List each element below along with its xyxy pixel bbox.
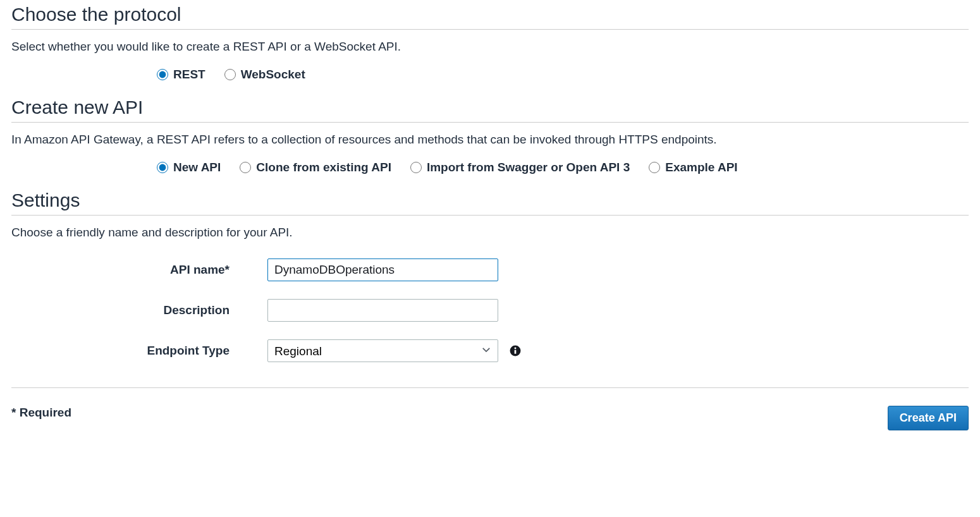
create-radio-group: New API Clone from existing API Import f… (11, 161, 969, 174)
settings-section-description: Choose a friendly name and description f… (11, 226, 969, 240)
required-note: * Required (11, 406, 71, 420)
create-radio-new[interactable] (157, 162, 168, 173)
protocol-section-title: Choose the protocol (11, 4, 969, 30)
protocol-section-description: Select whether you would like to create … (11, 40, 969, 54)
create-radio-import[interactable] (410, 162, 422, 173)
create-label-import: Import from Swagger or Open API 3 (427, 161, 630, 174)
api-name-input[interactable] (267, 258, 498, 281)
create-option-example[interactable]: Example API (649, 161, 737, 174)
api-name-label: API name* (11, 263, 267, 277)
create-api-button[interactable]: Create API (888, 406, 969, 430)
endpoint-type-row: Endpoint Type Regional (11, 339, 969, 362)
protocol-radio-websocket[interactable] (224, 69, 236, 80)
protocol-label-websocket: WebSocket (241, 68, 305, 82)
create-label-clone: Clone from existing API (256, 161, 391, 174)
protocol-option-rest[interactable]: REST (157, 68, 205, 82)
svg-rect-2 (515, 350, 517, 354)
protocol-label-rest: REST (173, 68, 205, 82)
create-label-new: New API (173, 161, 221, 174)
description-label: Description (11, 303, 267, 317)
footer: * Required Create API (11, 387, 969, 430)
endpoint-type-label: Endpoint Type (11, 344, 267, 358)
create-radio-example[interactable] (649, 162, 660, 173)
svg-point-1 (515, 348, 517, 350)
settings-form: API name* Description Endpoint Type Regi… (11, 258, 969, 362)
endpoint-type-select-wrapper: Regional (267, 339, 498, 362)
protocol-radio-group: REST WebSocket (11, 68, 969, 82)
description-row: Description (11, 299, 969, 322)
api-name-row: API name* (11, 258, 969, 281)
create-option-clone[interactable]: Clone from existing API (240, 161, 391, 174)
create-option-import[interactable]: Import from Swagger or Open API 3 (410, 161, 630, 174)
create-radio-clone[interactable] (240, 162, 251, 173)
create-section-description: In Amazon API Gateway, a REST API refers… (11, 133, 969, 147)
create-option-new[interactable]: New API (157, 161, 221, 174)
description-input[interactable] (267, 299, 498, 322)
info-icon[interactable] (510, 345, 521, 356)
create-section-title: Create new API (11, 97, 969, 123)
protocol-radio-rest[interactable] (157, 69, 168, 80)
settings-section-title: Settings (11, 190, 969, 216)
endpoint-type-select[interactable]: Regional (267, 339, 498, 362)
protocol-option-websocket[interactable]: WebSocket (224, 68, 305, 82)
create-label-example: Example API (665, 161, 737, 174)
